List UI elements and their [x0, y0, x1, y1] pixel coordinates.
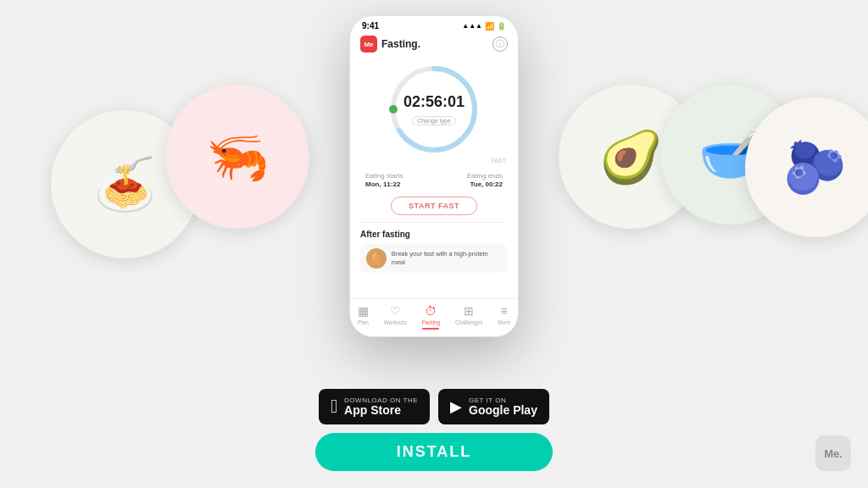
meal-text: Break your fast with a high-protein meal: [392, 250, 502, 267]
app-store-text: Download on the App Store: [344, 396, 418, 417]
signal-icon: ▲▲▲: [462, 22, 482, 30]
google-play-button[interactable]: ▶ GET IT ON Google Play: [438, 389, 549, 424]
svg-point-2: [389, 105, 398, 114]
fast-label: FAST: [350, 158, 518, 164]
wifi-icon: 📶: [485, 22, 494, 30]
plate-pasta: 🍝: [51, 110, 199, 258]
status-bar: 9:41 ▲▲▲ 📶 🔋: [350, 16, 518, 32]
app-logo: Me Fasting.: [360, 36, 420, 53]
status-time: 9:41: [362, 21, 379, 30]
nav-challenges[interactable]: ⊞ Challenges: [455, 304, 483, 330]
plate-shrimp: 🦐: [165, 85, 309, 229]
fasting-icon: ⏱: [425, 304, 437, 318]
nav-fasting[interactable]: ⏱ Fasting: [422, 304, 440, 330]
eating-starts: Eating starts Mon, 11:22: [365, 172, 403, 188]
eating-ends: Eating ends Tue, 00:22: [467, 172, 503, 188]
workouts-icon: ♡: [390, 304, 401, 318]
timer-circle: 02:56:01 Change type: [387, 63, 481, 156]
after-fasting-section: After fasting 🥚 Break your fast with a h…: [350, 223, 518, 276]
app-store-button[interactable]:  Download on the App Store: [319, 389, 430, 424]
me-badge: Me.: [815, 435, 851, 471]
fasting-label: Fasting: [422, 319, 440, 325]
start-fast-container: START FAST: [350, 197, 518, 215]
workouts-label: Workouts: [384, 319, 407, 325]
google-play-text: GET IT ON Google Play: [469, 396, 537, 417]
more-label: More: [498, 319, 510, 325]
phone-screen: 9:41 ▲▲▲ 📶 🔋 Me Fasting. ⓘ: [349, 15, 519, 337]
nav-more[interactable]: ≡ More: [498, 304, 510, 330]
nav-workouts[interactable]: ♡ Workouts: [384, 304, 407, 330]
phone-mockup: 9:41 ▲▲▲ 📶 🔋 Me Fasting. ⓘ: [349, 15, 519, 337]
change-type-btn[interactable]: Change type: [412, 116, 456, 125]
battery-icon: 🔋: [497, 22, 506, 30]
after-fasting-title: After fasting: [360, 230, 508, 239]
timer-display: 02:56:01 Change type: [403, 93, 465, 126]
start-fast-button[interactable]: START FAST: [391, 197, 477, 215]
status-icons: ▲▲▲ 📶 🔋: [462, 22, 506, 30]
nav-plan[interactable]: ▦ Plan: [358, 304, 369, 330]
plan-icon: ▦: [358, 304, 369, 318]
install-button[interactable]: INSTALL: [315, 433, 553, 471]
plate-soup: 🥣: [660, 85, 800, 225]
meal-suggestion[interactable]: 🥚 Break your fast with a high-protein me…: [360, 244, 508, 273]
timer-section: 02:56:01 Change type FAST: [350, 58, 518, 167]
plate-avocado: 🥑: [559, 85, 703, 229]
challenges-icon: ⊞: [464, 304, 474, 318]
store-buttons:  Download on the App Store ▶ GET IT ON …: [319, 389, 549, 424]
info-icon[interactable]: ⓘ: [492, 36, 508, 52]
challenges-label: Challenges: [455, 319, 483, 325]
google-play-icon: ▶: [450, 397, 462, 416]
eating-times: Eating starts Mon, 11:22 Eating ends Tue…: [350, 167, 518, 193]
logo-badge: Me: [360, 36, 377, 53]
timer-time: 02:56:01: [403, 93, 465, 111]
app-store-main: App Store: [344, 404, 418, 417]
plate-oats: 🫐: [745, 97, 868, 237]
bottom-section:  Download on the App Store ▶ GET IT ON …: [315, 389, 553, 471]
apple-icon: : [331, 396, 337, 418]
google-play-main: Google Play: [469, 404, 537, 417]
plan-label: Plan: [358, 319, 369, 325]
app-name: Fasting.: [381, 38, 420, 50]
meal-icon: 🥚: [366, 248, 387, 269]
more-icon: ≡: [501, 304, 508, 318]
app-header: Me Fasting. ⓘ: [350, 32, 518, 58]
bottom-nav: ▦ Plan ♡ Workouts ⏱ Fasting ⊞ Challenges…: [350, 298, 518, 336]
